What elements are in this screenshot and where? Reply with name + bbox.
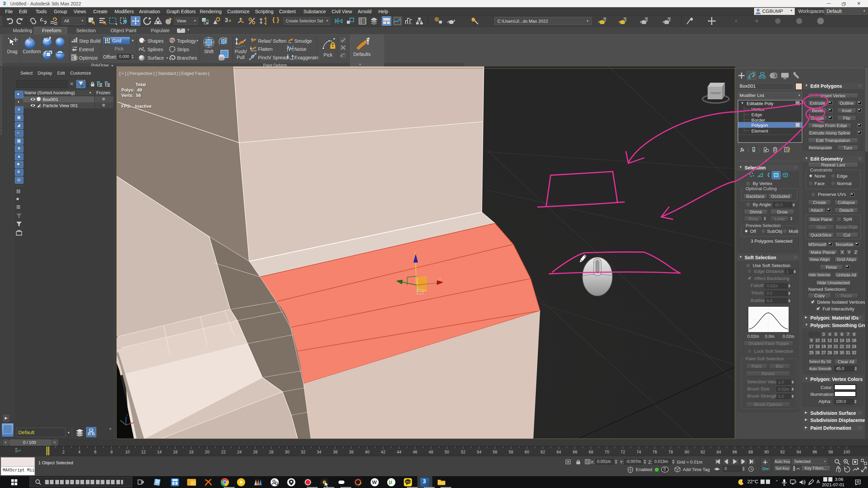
svg-text:z: z	[414, 250, 416, 254]
svg-text:z: z	[126, 413, 128, 417]
svg-text:TALK: TALK	[406, 481, 411, 483]
svg-text:FRONT: FRONT	[710, 92, 721, 95]
svg-text:x: x	[439, 277, 441, 281]
